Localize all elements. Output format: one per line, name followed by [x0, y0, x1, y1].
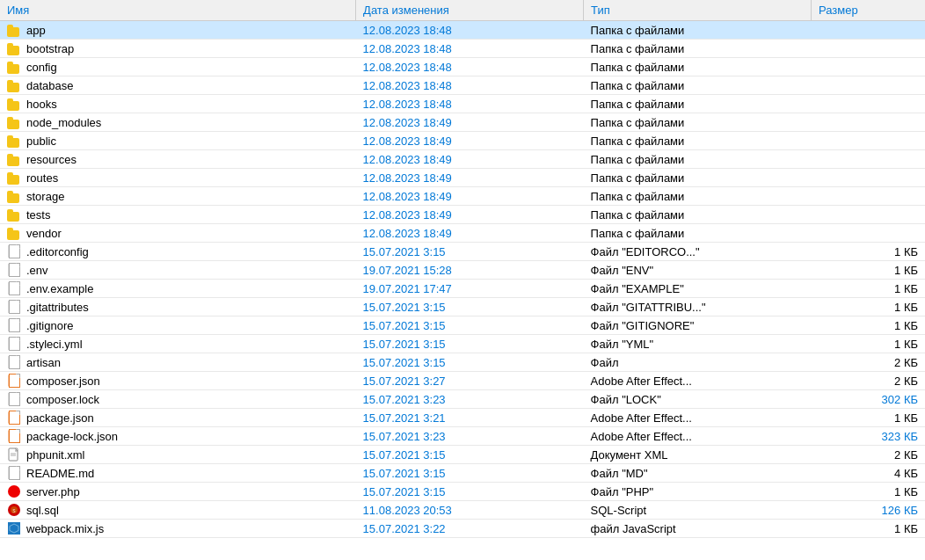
- file-type-cell: Файл "LOCK": [584, 390, 812, 409]
- file-type-cell: Файл "YML": [584, 335, 812, 353]
- file-date-cell: 12.08.2023 18:48: [356, 95, 584, 113]
- file-name-label: resources: [26, 153, 76, 166]
- table-row[interactable]: README.md15.07.2021 3:15Файл "MD"4 КБ: [0, 464, 925, 483]
- folder-icon: [7, 207, 21, 222]
- header-name[interactable]: Имя: [0, 0, 356, 21]
- folder-icon: [7, 171, 21, 185]
- table-row[interactable]: vendor12.08.2023 18:49Папка с файлами: [0, 224, 925, 243]
- file-name-label: composer.json: [26, 375, 100, 388]
- file-name-label: node_modules: [26, 116, 101, 129]
- file-date-cell: 19.07.2021 17:47: [356, 280, 584, 298]
- file-date-cell: 15.07.2021 3:15: [356, 335, 584, 353]
- file-name-cell: server.php: [0, 483, 356, 501]
- file-name-label: .env.example: [26, 282, 93, 295]
- folder-icon: [7, 115, 21, 129]
- table-row[interactable]: .editorconfig15.07.2021 3:15Файл "EDITOR…: [0, 243, 925, 261]
- table-row[interactable]: routes12.08.2023 18:49Папка с файлами: [0, 169, 925, 187]
- svg-marker-6: [9, 356, 19, 368]
- file-name-label: README.md: [26, 467, 94, 480]
- table-row[interactable]: composer.lock15.07.2021 3:23Файл "LOCK"3…: [0, 390, 925, 409]
- file-name-cell: Ssql.sql: [0, 501, 356, 520]
- table-row[interactable]: webpack.mix.js15.07.2021 3:22файл JavaSc…: [0, 520, 925, 538]
- header-type[interactable]: Тип: [584, 0, 812, 21]
- file-size-cell: [812, 95, 925, 113]
- file-size-cell: [812, 187, 925, 206]
- table-row[interactable]: .env.example19.07.2021 17:47Файл "EXAMPL…: [0, 280, 925, 298]
- file-name-label: database: [26, 79, 74, 92]
- table-row[interactable]: .env19.07.2021 15:28Файл "ENV"1 КБ: [0, 261, 925, 280]
- json-icon: [7, 429, 21, 443]
- file-type-cell: Папка с файлами: [584, 224, 812, 243]
- table-row[interactable]: phpunit.xml15.07.2021 3:15Документ XML2 …: [0, 446, 925, 464]
- header-size[interactable]: Размер: [812, 0, 925, 21]
- file-icon: [7, 337, 21, 351]
- table-row[interactable]: storage12.08.2023 18:49Папка с файлами: [0, 187, 925, 206]
- file-type-cell: Файл "GITIGNORE": [584, 316, 812, 335]
- file-name-cell: database: [0, 76, 356, 95]
- file-name-label: vendor: [26, 227, 62, 240]
- file-size-cell: 1 КБ: [812, 409, 925, 427]
- file-name-cell: routes: [0, 169, 356, 187]
- file-icon: [7, 318, 21, 332]
- table-header-row: Имя Дата изменения Тип Размер: [0, 0, 925, 21]
- table-row[interactable]: Ssql.sql11.08.2023 20:53SQL-Script126 КБ: [0, 501, 925, 520]
- table-row[interactable]: config12.08.2023 18:48Папка с файлами: [0, 58, 925, 76]
- file-type-cell: файл JavaScript: [584, 520, 812, 538]
- file-date-cell: 15.07.2021 3:21: [356, 409, 584, 427]
- table-row[interactable]: artisan15.07.2021 3:15Файл2 КБ: [0, 353, 925, 372]
- file-name-cell: .styleci.yml: [0, 335, 356, 353]
- folder-icon: [7, 97, 21, 111]
- folder-icon: [7, 226, 21, 240]
- table-row[interactable]: package.json15.07.2021 3:21Adobe After E…: [0, 409, 925, 427]
- table-row[interactable]: .gitattributes15.07.2021 3:15Файл "GITAT…: [0, 298, 925, 316]
- table-row[interactable]: public12.08.2023 18:49Папка с файлами: [0, 132, 925, 150]
- json-icon: [7, 374, 21, 388]
- table-row[interactable]: hooks12.08.2023 18:48Папка с файлами: [0, 95, 925, 113]
- svg-marker-23: [9, 467, 19, 479]
- table-row[interactable]: package-lock.json15.07.2021 3:23Adobe Af…: [0, 427, 925, 446]
- file-size-cell: 302 КБ: [812, 390, 925, 409]
- file-name-cell: config: [0, 58, 356, 76]
- file-name-cell: .gitignore: [0, 316, 356, 335]
- file-size-cell: 1 КБ: [812, 298, 925, 316]
- svg-marker-5: [9, 338, 19, 350]
- file-size-cell: [812, 40, 925, 58]
- php-icon: [7, 484, 21, 498]
- file-date-cell: 15.07.2021 3:27: [356, 372, 584, 390]
- table-row[interactable]: server.php15.07.2021 3:15Файл "PHP"1 КБ: [0, 483, 925, 501]
- file-type-cell: Папка с файлами: [584, 76, 812, 95]
- table-row[interactable]: resources12.08.2023 18:49Папка с файлами: [0, 150, 925, 169]
- header-date[interactable]: Дата изменения: [356, 0, 584, 21]
- table-row[interactable]: .styleci.yml15.07.2021 3:15Файл "YML"1 К…: [0, 335, 925, 353]
- file-name-label: bootstrap: [26, 42, 74, 55]
- file-name-label: routes: [26, 171, 58, 185]
- table-row[interactable]: app12.08.2023 18:48Папка с файлами: [0, 21, 925, 40]
- file-name-cell: composer.json: [0, 372, 356, 390]
- file-date-cell: 12.08.2023 18:48: [356, 58, 584, 76]
- table-row[interactable]: tests12.08.2023 18:49Папка с файлами: [0, 206, 925, 224]
- file-name-cell: package-lock.json: [0, 427, 356, 446]
- file-size-cell: 2 КБ: [812, 446, 925, 464]
- folder-icon: [7, 189, 21, 203]
- file-explorer-table: Имя Дата изменения Тип Размер app12.08.2…: [0, 0, 925, 538]
- file-date-cell: 19.07.2021 15:28: [356, 261, 584, 280]
- file-name-label: .gitignore: [26, 319, 73, 332]
- svg-marker-0: [9, 245, 19, 258]
- file-name-label: composer.lock: [26, 393, 99, 406]
- table-row[interactable]: database12.08.2023 18:48Папка с файлами: [0, 76, 925, 95]
- file-name-cell: webpack.mix.js: [0, 520, 356, 538]
- file-type-cell: Adobe After Effect...: [584, 427, 812, 446]
- table-row[interactable]: bootstrap12.08.2023 18:48Папка с файлами: [0, 40, 925, 58]
- table-row[interactable]: node_modules12.08.2023 18:49Папка с файл…: [0, 113, 925, 132]
- file-name-cell: .env.example: [0, 280, 356, 298]
- file-name-cell: README.md: [0, 464, 356, 483]
- file-date-cell: 12.08.2023 18:49: [356, 187, 584, 206]
- webpack-icon: [7, 521, 21, 535]
- file-type-cell: SQL-Script: [584, 501, 812, 520]
- file-name-label: .styleci.yml: [26, 338, 83, 351]
- file-size-cell: [812, 58, 925, 76]
- file-name-cell: storage: [0, 187, 356, 206]
- table-row[interactable]: composer.json15.07.2021 3:27Adobe After …: [0, 372, 925, 390]
- table-row[interactable]: .gitignore15.07.2021 3:15Файл "GITIGNORE…: [0, 316, 925, 335]
- file-type-cell: Папка с файлами: [584, 40, 812, 58]
